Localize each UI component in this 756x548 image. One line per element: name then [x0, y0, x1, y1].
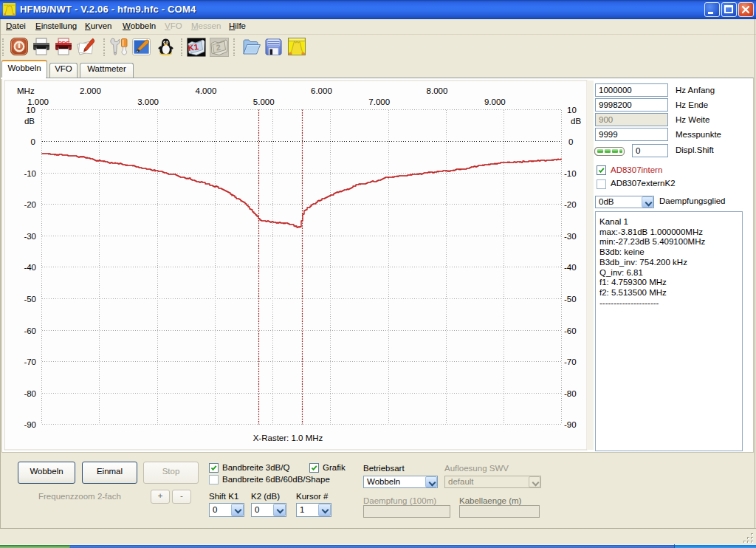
svg-text:-30: -30 — [24, 232, 36, 241]
svg-text:-80: -80 — [564, 389, 577, 398]
svg-text:0: 0 — [568, 137, 573, 146]
svg-text:-40: -40 — [564, 263, 577, 272]
svg-text:-60: -60 — [24, 326, 36, 335]
svg-text:-20: -20 — [564, 200, 577, 209]
svg-text:8.000: 8.000 — [427, 86, 448, 95]
svg-text:-40: -40 — [24, 263, 36, 272]
svg-text:-30: -30 — [564, 232, 577, 241]
svg-text:-10: -10 — [24, 169, 36, 178]
svg-text:-90: -90 — [564, 420, 577, 429]
svg-text:1.000: 1.000 — [27, 97, 49, 106]
svg-text:-10: -10 — [564, 169, 577, 178]
svg-text:-70: -70 — [564, 357, 577, 366]
svg-text:-20: -20 — [24, 200, 36, 209]
svg-text:6.000: 6.000 — [311, 86, 332, 95]
svg-text:5.000: 5.000 — [253, 97, 275, 106]
svg-text:dB: dB — [571, 117, 581, 126]
svg-text:dB: dB — [24, 117, 35, 126]
svg-text:9.000: 9.000 — [484, 97, 506, 106]
svg-text:-50: -50 — [24, 295, 36, 304]
svg-text:2.000: 2.000 — [80, 86, 101, 95]
svg-text:4.000: 4.000 — [196, 86, 217, 95]
svg-text:10: 10 — [26, 106, 35, 114]
svg-text:7.000: 7.000 — [368, 97, 390, 106]
svg-text:-70: -70 — [24, 357, 36, 366]
svg-text:PDF: PDF — [58, 40, 70, 47]
svg-text:K1: K1 — [188, 42, 199, 52]
svg-text:10: 10 — [567, 106, 577, 114]
svg-text:X-Raster: 1.0 MHz: X-Raster: 1.0 MHz — [253, 434, 323, 442]
svg-text:-80: -80 — [24, 389, 36, 398]
svg-text:0: 0 — [31, 137, 35, 146]
svg-text:-50: -50 — [564, 295, 577, 304]
svg-text:-60: -60 — [564, 326, 577, 335]
svg-text:MHz: MHz — [17, 86, 35, 95]
svg-text:-90: -90 — [24, 420, 36, 429]
svg-text:3.000: 3.000 — [137, 97, 159, 106]
